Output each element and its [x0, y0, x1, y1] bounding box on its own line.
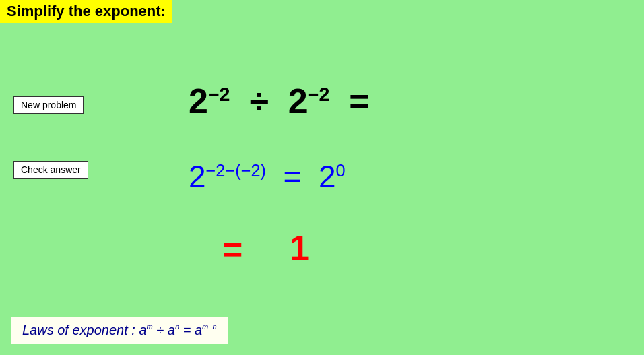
- exp1: −2: [208, 84, 230, 105]
- step-result-exp: 0: [335, 161, 345, 180]
- new-problem-button[interactable]: New problem: [13, 96, 84, 114]
- final-answer: 1: [290, 228, 309, 268]
- final-equals: =: [222, 229, 243, 269]
- step-exponent: −2−(−2): [206, 161, 266, 180]
- title-bar: Simplify the exponent:: [0, 0, 172, 23]
- main-expression: 2−2 ÷ 2−2 =: [189, 81, 370, 121]
- law-text: Laws of exponent : am ÷ an = am−n: [22, 323, 217, 337]
- law-box: Laws of exponent : am ÷ an = am−n: [11, 317, 228, 344]
- step-expression: 2−2−(−2) = 20: [189, 158, 346, 195]
- check-answer-button[interactable]: Check answer: [13, 161, 88, 179]
- exp2: −2: [308, 84, 330, 105]
